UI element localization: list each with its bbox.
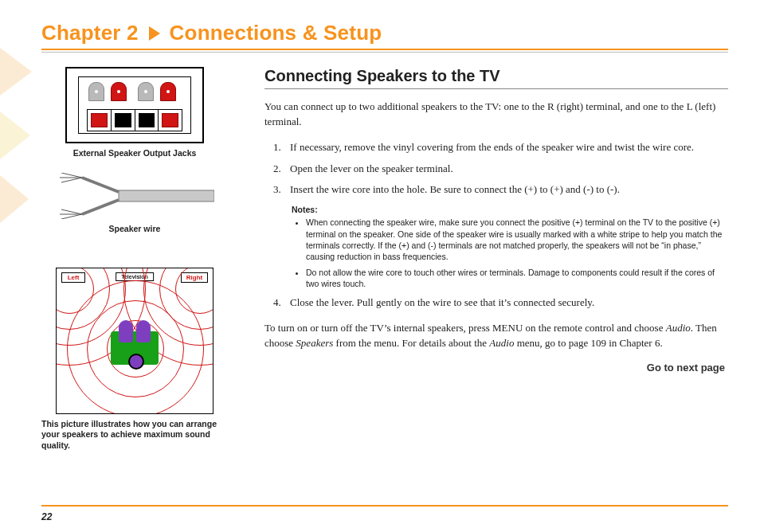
svg-marker-1 xyxy=(0,111,30,159)
notes-block: Notes: When connecting the speaker wire,… xyxy=(292,204,728,289)
section-rule xyxy=(264,88,728,89)
notes-heading: Notes: xyxy=(292,204,728,215)
chapter-name: Connections & Setup xyxy=(170,21,382,45)
figure-speaker-wire xyxy=(55,173,214,219)
figure-caption-layout: This picture illustrates how you can arr… xyxy=(41,419,228,450)
chapter-number: Chapter 2 xyxy=(41,21,139,45)
figure-caption-jacks: External Speaker Output Jacks xyxy=(41,148,228,158)
plug-icon xyxy=(88,82,104,101)
note-2: Do not allow the wire core to touch othe… xyxy=(306,267,728,289)
figure-output-jacks xyxy=(65,67,204,143)
step-2: Open the lever on the speaker terminal. xyxy=(284,162,728,177)
plug-red-icon xyxy=(111,82,127,101)
svg-line-4 xyxy=(61,173,82,178)
figure-speaker-layout: Left Television Right xyxy=(56,268,214,414)
footer-rule xyxy=(41,505,728,507)
step-1: If necessary, remove the vinyl covering … xyxy=(284,140,728,155)
triangle-separator-icon xyxy=(149,26,160,41)
section-heading: Connecting Speakers to the TV xyxy=(264,67,728,85)
outro-paragraph: To turn on or turn off the TV’s internal… xyxy=(264,321,728,351)
steps-list-continued: Close the lever. Pull gently on the wire… xyxy=(264,295,728,311)
terminal-row xyxy=(87,109,182,131)
svg-line-6 xyxy=(61,178,82,182)
couch-icon xyxy=(111,331,159,365)
chapter-title: Chapter 2 Connections & Setup xyxy=(41,21,760,45)
background-decoration xyxy=(0,48,32,366)
svg-line-9 xyxy=(61,214,82,219)
plug-red-icon xyxy=(160,82,176,101)
svg-marker-2 xyxy=(0,175,29,223)
step-4: Close the lever. Pull gently on the wire… xyxy=(284,295,728,311)
steps-list: If necessary, remove the vinyl covering … xyxy=(264,140,728,198)
svg-rect-3 xyxy=(119,190,214,201)
header-rule xyxy=(41,49,728,53)
page-number: 22 xyxy=(41,511,52,522)
step-3: Insert the wire core into the hole. Be s… xyxy=(284,182,728,198)
svg-line-7 xyxy=(61,209,82,214)
svg-marker-0 xyxy=(0,48,32,96)
figure-caption-wire: Speaker wire xyxy=(41,224,228,234)
plug-icon xyxy=(138,82,154,101)
note-1: When connecting the speaker wire, make s… xyxy=(306,217,728,262)
intro-paragraph: You can connect up to two additional spe… xyxy=(264,100,728,130)
go-to-next-page: Go to next page xyxy=(264,362,725,374)
